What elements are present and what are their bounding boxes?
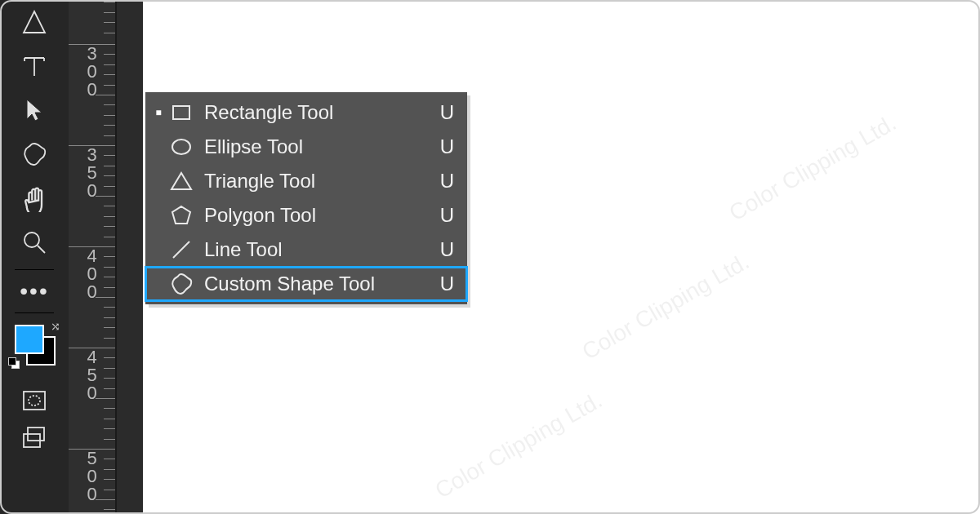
ruler-minor-tick xyxy=(104,2,115,2)
flyout-item-rect[interactable]: ■Rectangle ToolU xyxy=(145,95,467,130)
flyout-item-shortcut: U xyxy=(434,204,454,227)
ruler-major-tick: 300 xyxy=(69,44,115,99)
ruler-mid-tick xyxy=(96,499,115,500)
screen-mode-icon xyxy=(20,424,48,452)
triangle-sharpen-icon xyxy=(20,8,48,36)
flyout-item-shortcut: U xyxy=(434,170,454,193)
polygon-icon xyxy=(163,203,199,228)
ellipse-icon xyxy=(163,135,199,159)
ruler-minor-tick xyxy=(104,216,115,217)
ruler-minor-tick xyxy=(104,256,115,257)
ruler-mid-tick xyxy=(96,398,115,399)
hand-icon xyxy=(20,184,48,212)
flyout-item-label: Line Tool xyxy=(199,238,434,261)
more-icon: ••• xyxy=(20,283,48,299)
triangle-icon xyxy=(163,169,199,193)
ruler-minor-tick xyxy=(104,307,115,308)
ruler-minor-tick xyxy=(104,12,115,13)
flyout-item-label: Polygon Tool xyxy=(199,204,434,227)
ruler-mid-tick xyxy=(96,196,115,197)
flyout-item-label: Triangle Tool xyxy=(199,170,434,193)
flyout-item-label: Custom Shape Tool xyxy=(199,273,434,295)
quick-mask-icon xyxy=(20,387,48,414)
default-colors-icon[interactable] xyxy=(8,357,20,369)
hand-tool[interactable] xyxy=(10,176,59,220)
flyout-item-shortcut: U xyxy=(434,238,454,261)
quick-mask-button[interactable] xyxy=(10,382,59,419)
ruler-minor-tick xyxy=(104,408,115,409)
flyout-item-ellipse[interactable]: Ellipse ToolU xyxy=(145,130,467,164)
rect-icon xyxy=(163,100,199,125)
ruler-minor-tick xyxy=(104,277,115,277)
flyout-item-shortcut: U xyxy=(434,135,454,158)
svg-point-0 xyxy=(24,233,39,247)
ruler-minor-tick xyxy=(104,479,115,480)
svg-rect-1 xyxy=(24,392,45,410)
flyout-item-polygon[interactable]: Polygon ToolU xyxy=(145,198,467,233)
ruler-major-tick: 500 xyxy=(69,449,115,503)
ruler-minor-tick xyxy=(104,166,115,166)
ruler-minor-tick xyxy=(104,419,115,419)
ruler-minor-tick xyxy=(104,490,115,490)
flyout-item-line[interactable]: Line ToolU xyxy=(145,233,467,267)
magnifier-icon xyxy=(20,228,48,256)
ruler-minor-tick xyxy=(104,64,115,65)
path-selection-tool[interactable] xyxy=(10,88,59,132)
ruler-minor-tick xyxy=(104,125,115,126)
zoom-tool[interactable] xyxy=(10,220,59,264)
swap-colors-icon[interactable]: ⤭ xyxy=(51,320,60,333)
sharpen-tool[interactable] xyxy=(10,0,59,44)
separator xyxy=(15,312,54,313)
ruler-minor-tick xyxy=(104,135,115,136)
ruler-minor-tick xyxy=(104,439,115,440)
ruler-minor-tick xyxy=(104,338,115,339)
vertical-ruler: 250300350400450500 xyxy=(69,0,116,514)
svg-point-6 xyxy=(172,140,190,154)
ruler-minor-tick xyxy=(104,357,115,358)
ruler-minor-tick xyxy=(104,115,115,116)
custom-shape-tool[interactable] xyxy=(10,132,59,176)
tools-panel: ••• ⤭ xyxy=(0,0,69,514)
line-icon xyxy=(163,237,199,262)
color-swatches[interactable]: ⤭ xyxy=(11,321,57,367)
ruler-mid-tick xyxy=(96,297,115,298)
flyout-item-shortcut: U xyxy=(434,273,454,295)
svg-rect-5 xyxy=(173,106,189,119)
ruler-minor-tick xyxy=(104,155,115,156)
ruler-major-tick: 450 xyxy=(69,348,115,402)
ruler-minor-tick xyxy=(104,237,115,237)
flyout-item-label: Ellipse Tool xyxy=(199,135,434,158)
screen-mode-button[interactable] xyxy=(10,419,59,457)
ruler-minor-tick xyxy=(104,85,115,86)
foreground-color-swatch[interactable] xyxy=(15,325,44,354)
ruler-minor-tick xyxy=(104,317,115,318)
flyout-item-blob[interactable]: Custom Shape ToolU xyxy=(145,267,467,301)
ruler-minor-tick xyxy=(104,267,115,268)
flyout-item-label: Rectangle Tool xyxy=(199,101,434,124)
ruler-minor-tick xyxy=(104,226,115,227)
arrow-cursor-icon xyxy=(20,96,48,124)
ruler-major-tick: 400 xyxy=(69,246,115,301)
ruler-minor-tick xyxy=(104,74,115,75)
blob-shape-icon xyxy=(20,140,48,168)
ruler-major-tick: 350 xyxy=(69,145,115,200)
ruler-minor-tick xyxy=(104,22,115,23)
ruler-minor-tick xyxy=(104,206,115,206)
ruler-minor-tick xyxy=(104,469,115,470)
ruler-minor-tick xyxy=(104,54,115,55)
edit-toolbar-button[interactable]: ••• xyxy=(10,275,59,308)
ruler-minor-tick xyxy=(104,327,115,328)
type-tool[interactable] xyxy=(10,44,59,88)
flyout-item-shortcut: U xyxy=(434,101,454,124)
blob-icon xyxy=(163,272,199,296)
ruler-minor-tick xyxy=(104,33,115,33)
ruler-minor-tick xyxy=(104,186,115,187)
ruler-minor-tick xyxy=(104,287,115,288)
separator xyxy=(15,269,54,270)
ruler-minor-tick xyxy=(104,428,115,429)
type-icon xyxy=(20,52,48,80)
ruler-minor-tick xyxy=(104,509,115,510)
ruler-minor-tick xyxy=(104,459,115,459)
active-indicator: ■ xyxy=(154,107,163,118)
flyout-item-triangle[interactable]: Triangle ToolU xyxy=(145,164,467,198)
